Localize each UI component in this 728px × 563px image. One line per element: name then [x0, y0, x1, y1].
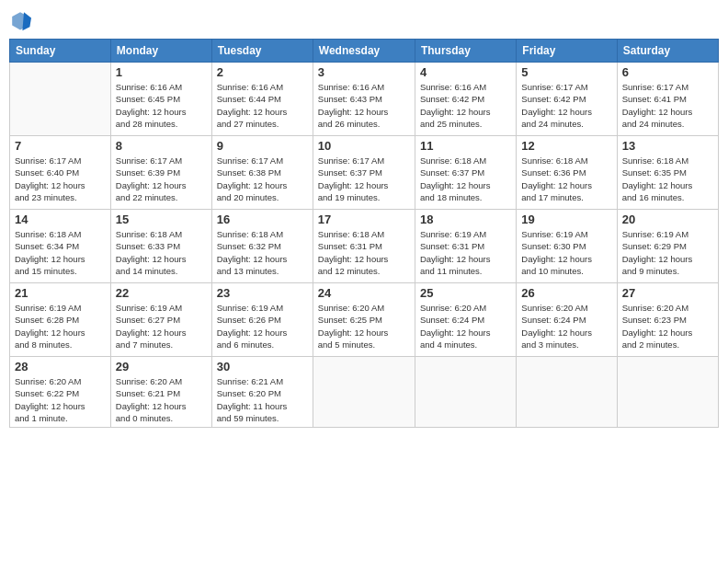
calendar-week-row: 28Sunrise: 6:20 AM Sunset: 6:22 PM Dayli…: [10, 357, 719, 428]
day-info: Sunrise: 6:20 AM Sunset: 6:23 PM Dayligh…: [622, 302, 713, 350]
calendar-week-row: 1Sunrise: 6:16 AM Sunset: 6:45 PM Daylig…: [10, 63, 719, 136]
day-number: 2: [217, 65, 308, 79]
calendar-cell: 7Sunrise: 6:17 AM Sunset: 6:40 PM Daylig…: [10, 136, 111, 210]
calendar-cell: 23Sunrise: 6:19 AM Sunset: 6:26 PM Dayli…: [211, 283, 313, 357]
calendar-cell: [415, 357, 516, 428]
day-number: 16: [217, 213, 308, 226]
day-number: 5: [521, 65, 611, 79]
day-info: Sunrise: 6:18 AM Sunset: 6:36 PM Dayligh…: [521, 155, 611, 203]
day-info: Sunrise: 6:19 AM Sunset: 6:28 PM Dayligh…: [15, 302, 106, 350]
day-info: Sunrise: 6:16 AM Sunset: 6:44 PM Dayligh…: [217, 81, 308, 130]
day-number: 13: [622, 139, 713, 153]
calendar-cell: 30Sunrise: 6:21 AM Sunset: 6:20 PM Dayli…: [211, 357, 313, 428]
day-number: 15: [116, 213, 207, 226]
day-info: Sunrise: 6:17 AM Sunset: 6:37 PM Dayligh…: [318, 155, 410, 203]
day-number: 23: [217, 286, 308, 300]
calendar-cell: 21Sunrise: 6:19 AM Sunset: 6:28 PM Dayli…: [10, 283, 111, 357]
calendar-cell: 4Sunrise: 6:16 AM Sunset: 6:42 PM Daylig…: [415, 63, 516, 136]
page: SundayMondayTuesdayWednesdayThursdayFrid…: [0, 0, 728, 563]
calendar-week-row: 7Sunrise: 6:17 AM Sunset: 6:40 PM Daylig…: [10, 136, 719, 210]
day-info: Sunrise: 6:20 AM Sunset: 6:22 PM Dayligh…: [15, 375, 106, 424]
weekday-header: Saturday: [617, 40, 718, 63]
day-info: Sunrise: 6:18 AM Sunset: 6:32 PM Dayligh…: [217, 228, 308, 277]
day-number: 18: [420, 213, 511, 226]
day-number: 17: [318, 213, 410, 226]
weekday-header: Monday: [110, 40, 211, 63]
calendar-cell: 24Sunrise: 6:20 AM Sunset: 6:25 PM Dayli…: [313, 283, 415, 357]
day-info: Sunrise: 6:19 AM Sunset: 6:29 PM Dayligh…: [622, 228, 713, 277]
calendar-cell: 12Sunrise: 6:18 AM Sunset: 6:36 PM Dayli…: [517, 136, 617, 210]
day-number: 26: [521, 286, 611, 300]
day-info: Sunrise: 6:20 AM Sunset: 6:24 PM Dayligh…: [420, 302, 511, 350]
calendar-cell: 27Sunrise: 6:20 AM Sunset: 6:23 PM Dayli…: [617, 283, 718, 357]
day-number: 12: [521, 139, 611, 153]
calendar-cell: 9Sunrise: 6:17 AM Sunset: 6:38 PM Daylig…: [211, 136, 313, 210]
day-info: Sunrise: 6:17 AM Sunset: 6:42 PM Dayligh…: [521, 81, 611, 130]
calendar-cell: 17Sunrise: 6:18 AM Sunset: 6:31 PM Dayli…: [313, 210, 415, 283]
calendar-cell: 1Sunrise: 6:16 AM Sunset: 6:45 PM Daylig…: [110, 63, 211, 136]
calendar-header-row: SundayMondayTuesdayWednesdayThursdayFrid…: [10, 40, 719, 63]
calendar-cell: 19Sunrise: 6:19 AM Sunset: 6:30 PM Dayli…: [517, 210, 617, 283]
day-info: Sunrise: 6:16 AM Sunset: 6:43 PM Dayligh…: [318, 81, 410, 130]
day-number: 24: [318, 286, 410, 300]
calendar-cell: [517, 357, 617, 428]
day-info: Sunrise: 6:19 AM Sunset: 6:30 PM Dayligh…: [521, 228, 611, 277]
calendar-cell: 20Sunrise: 6:19 AM Sunset: 6:29 PM Dayli…: [617, 210, 718, 283]
day-number: 25: [420, 286, 511, 300]
calendar-cell: 25Sunrise: 6:20 AM Sunset: 6:24 PM Dayli…: [415, 283, 516, 357]
day-number: 22: [116, 286, 207, 300]
logo-icon: [9, 9, 31, 31]
day-number: 10: [318, 139, 410, 153]
day-number: 11: [420, 139, 511, 153]
calendar-cell: 22Sunrise: 6:19 AM Sunset: 6:27 PM Dayli…: [110, 283, 211, 357]
day-info: Sunrise: 6:17 AM Sunset: 6:39 PM Dayligh…: [116, 155, 207, 203]
calendar-cell: 14Sunrise: 6:18 AM Sunset: 6:34 PM Dayli…: [10, 210, 111, 283]
day-info: Sunrise: 6:18 AM Sunset: 6:34 PM Dayligh…: [15, 228, 106, 277]
day-number: 7: [15, 139, 106, 153]
calendar-cell: 29Sunrise: 6:20 AM Sunset: 6:21 PM Dayli…: [110, 357, 211, 428]
day-number: 3: [318, 65, 410, 79]
day-info: Sunrise: 6:19 AM Sunset: 6:27 PM Dayligh…: [116, 302, 207, 350]
calendar-cell: 28Sunrise: 6:20 AM Sunset: 6:22 PM Dayli…: [10, 357, 111, 428]
svg-marker-1: [22, 12, 31, 30]
calendar-table: SundayMondayTuesdayWednesdayThursdayFrid…: [9, 39, 719, 428]
calendar-cell: 18Sunrise: 6:19 AM Sunset: 6:31 PM Dayli…: [415, 210, 516, 283]
day-info: Sunrise: 6:20 AM Sunset: 6:25 PM Dayligh…: [318, 302, 410, 350]
calendar-cell: 8Sunrise: 6:17 AM Sunset: 6:39 PM Daylig…: [110, 136, 211, 210]
day-number: 1: [116, 65, 207, 79]
calendar-week-row: 14Sunrise: 6:18 AM Sunset: 6:34 PM Dayli…: [10, 210, 719, 283]
calendar-cell: [10, 63, 111, 136]
day-number: 27: [622, 286, 713, 300]
calendar-week-row: 21Sunrise: 6:19 AM Sunset: 6:28 PM Dayli…: [10, 283, 719, 357]
weekday-header: Thursday: [415, 40, 516, 63]
day-number: 8: [116, 139, 207, 153]
day-info: Sunrise: 6:19 AM Sunset: 6:26 PM Dayligh…: [217, 302, 308, 350]
calendar-cell: 26Sunrise: 6:20 AM Sunset: 6:24 PM Dayli…: [517, 283, 617, 357]
day-info: Sunrise: 6:20 AM Sunset: 6:21 PM Dayligh…: [116, 375, 207, 424]
day-number: 19: [521, 213, 611, 226]
calendar-cell: [617, 357, 718, 428]
day-number: 9: [217, 139, 308, 153]
day-info: Sunrise: 6:18 AM Sunset: 6:37 PM Dayligh…: [420, 155, 511, 203]
day-number: 14: [15, 213, 106, 226]
day-info: Sunrise: 6:16 AM Sunset: 6:45 PM Dayligh…: [116, 81, 207, 130]
day-info: Sunrise: 6:18 AM Sunset: 6:31 PM Dayligh…: [318, 228, 410, 277]
calendar-cell: 3Sunrise: 6:16 AM Sunset: 6:43 PM Daylig…: [313, 63, 415, 136]
calendar-cell: 5Sunrise: 6:17 AM Sunset: 6:42 PM Daylig…: [517, 63, 617, 136]
calendar-cell: 10Sunrise: 6:17 AM Sunset: 6:37 PM Dayli…: [313, 136, 415, 210]
calendar-cell: 2Sunrise: 6:16 AM Sunset: 6:44 PM Daylig…: [211, 63, 313, 136]
calendar-cell: 15Sunrise: 6:18 AM Sunset: 6:33 PM Dayli…: [110, 210, 211, 283]
day-number: 20: [622, 213, 713, 226]
day-number: 21: [15, 286, 106, 300]
weekday-header: Tuesday: [211, 40, 313, 63]
day-info: Sunrise: 6:18 AM Sunset: 6:33 PM Dayligh…: [116, 228, 207, 277]
weekday-header: Sunday: [10, 40, 111, 63]
day-info: Sunrise: 6:21 AM Sunset: 6:20 PM Dayligh…: [217, 375, 308, 424]
day-info: Sunrise: 6:16 AM Sunset: 6:42 PM Dayligh…: [420, 81, 511, 130]
day-number: 30: [217, 360, 308, 373]
weekday-header: Friday: [517, 40, 617, 63]
calendar-cell: 13Sunrise: 6:18 AM Sunset: 6:35 PM Dayli…: [617, 136, 718, 210]
day-info: Sunrise: 6:19 AM Sunset: 6:31 PM Dayligh…: [420, 228, 511, 277]
day-info: Sunrise: 6:17 AM Sunset: 6:41 PM Dayligh…: [622, 81, 713, 130]
calendar-cell: 11Sunrise: 6:18 AM Sunset: 6:37 PM Dayli…: [415, 136, 516, 210]
